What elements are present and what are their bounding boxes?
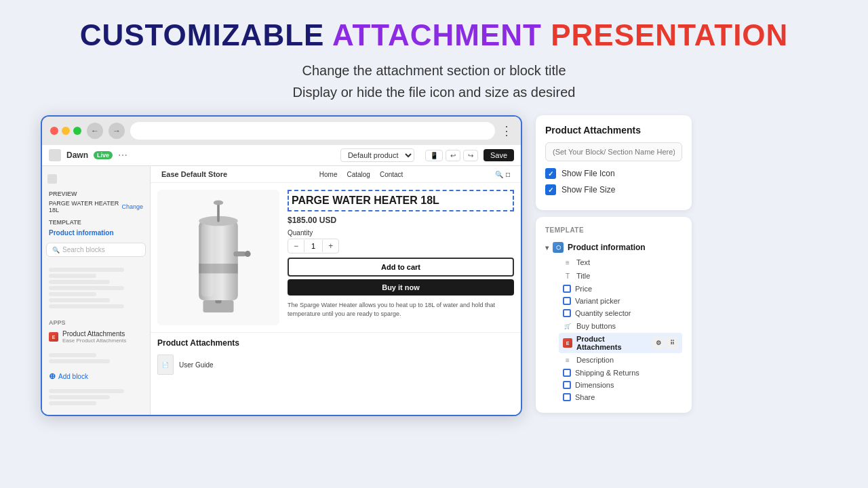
cart-nav-icon[interactable]: □ [506,171,510,178]
qty-value: 1 [304,240,323,252]
editor-icon [49,149,61,161]
checkbox-check-size-icon: ✓ [548,186,553,194]
sidebar-item-product-info[interactable]: Product information [42,227,150,239]
qty-plus-button[interactable]: + [323,239,338,253]
subtitle-line2: Display or hide the file icon and size a… [293,85,576,100]
description-block-icon: ≡ [563,355,572,365]
hero-subtitle: Change the attachment section or block t… [14,60,854,103]
drag-icon-btn[interactable]: ⠿ [666,337,678,349]
show-size-checkbox[interactable]: ✓ [545,184,556,195]
forward-button[interactable]: → [108,123,125,139]
tree-child-shipping[interactable]: Shipping & Returns [559,367,682,379]
nav-link-catalog[interactable]: Catalog [347,171,370,178]
app-icon: E [49,332,58,342]
preview-product-name: PARGE WATER HEATER 18L [49,200,119,214]
placeholder-line [49,286,124,290]
more-options-button[interactable]: ⋮ [500,123,513,138]
add-icon: ⊕ [49,371,56,381]
placeholder-line [49,359,110,363]
tree-collapse-icon: ▾ [545,244,549,251]
undo-button[interactable]: ↩ [446,150,460,161]
tree-child-variant[interactable]: Variant picker [559,295,682,307]
attachment-file-icon: 📄 [157,354,174,375]
tree-child-quantity[interactable]: Quantity selector [559,307,682,319]
qty-minus-button[interactable]: − [288,239,304,253]
show-icon-checkbox[interactable]: ✓ [545,168,556,179]
text-block-icon: ≡ [563,258,572,267]
show-icon-label: Show File Icon [561,169,615,178]
add-block-button[interactable]: ⊕ Add block [49,371,143,381]
svg-rect-9 [199,264,238,273]
app-name: Product Attachments [62,330,126,338]
tree-child-price-label: Price [575,285,592,293]
dimensions-block-icon [563,381,571,389]
svg-rect-3 [201,224,214,297]
tree-child-share-label: Share [575,393,595,401]
show-size-label: Show File Size [561,185,615,195]
hero-section: CUSTOMIZABLE ATTACHMENT PRESENTATION Cha… [0,0,868,115]
buy-now-button[interactable]: Buy it now [288,279,514,296]
tree-child-product-attachments[interactable]: E Product Attachments ⚙ ⠿ [559,333,682,353]
product-info-label: Product information [49,229,114,237]
product-selector[interactable]: Default product [340,148,414,162]
save-button[interactable]: Save [484,149,514,161]
title-word-1: CUSTOMIZABLE [80,18,325,52]
template-section-label: TEMPLATE [42,215,150,227]
redo-button[interactable]: ↪ [463,150,478,161]
svg-rect-7 [217,203,220,222]
search-placeholder: Search blocks [62,246,105,253]
section-name-input[interactable] [545,142,682,161]
search-blocks-area[interactable]: 🔍 Search blocks [46,243,146,257]
editor-more-button[interactable]: ⋯ [118,150,127,161]
tree-parent-item[interactable]: ▾ ⬡ Product information [545,239,682,256]
template-panel-label: TEMPLATE [545,226,682,234]
attachments-section: Product Attachments 📄 User Guide [151,332,521,383]
tree-child-variant-label: Variant picker [575,297,620,305]
svg-point-8 [214,201,223,205]
title-block-icon: T [563,271,572,281]
close-button-light[interactable] [50,127,58,135]
editor-bar: Dawn Live ⋯ Default product 📱 ↩ ↪ Save [42,145,521,166]
placeholder-group-1 [42,264,150,312]
nav-link-contact[interactable]: Contact [380,171,403,178]
placeholder-line [49,298,110,302]
quantity-label: Quantity [288,229,514,237]
placeholder-line [49,280,110,284]
settings-icon-btn[interactable]: ⚙ [652,337,665,349]
tree-child-price[interactable]: Price [559,283,682,295]
main-container: ← → ⋮ Dawn Live ⋯ Default product 📱 ↩ ↪ … [0,115,868,416]
product-image-area [157,190,279,325]
nav-link-home[interactable]: Home [319,171,338,178]
attachments-title: Product Attachments [157,338,514,348]
block-list [42,261,150,315]
minimize-button-light[interactable] [62,127,70,135]
show-size-row: ✓ Show File Size [545,184,682,195]
tree-child-share[interactable]: Share [559,391,682,403]
address-bar[interactable] [130,122,495,140]
change-link[interactable]: Change [121,203,143,210]
placeholder-line [49,304,124,308]
add-to-cart-button[interactable]: Add to cart [288,258,514,277]
preview-product: PARGE WATER HEATER 18L Change [42,199,150,215]
quantity-control: − 1 + [288,239,339,253]
browser-mockup: ← → ⋮ Dawn Live ⋯ Default product 📱 ↩ ↪ … [41,115,522,416]
nav-links: Home Catalog Contact [319,171,403,178]
svg-point-6 [245,251,251,257]
tree-child-description[interactable]: ≡ Description [559,353,682,367]
placeholder-group-3 [42,385,150,409]
product-info: PARGE WATER HEATER 18L $185.00 USD Quant… [288,190,514,325]
search-nav-icon[interactable]: 🔍 [495,171,503,178]
tree-child-attachments-label: Product Attachments [576,335,648,351]
editor-actions: 📱 ↩ ↪ [425,150,478,161]
maximize-button-light[interactable] [73,127,81,135]
product-image [178,197,259,319]
back-button[interactable]: ← [87,123,103,139]
tree-child-buy-buttons[interactable]: 🛒 Buy buttons [559,319,682,333]
tree-child-title[interactable]: T Title [559,269,682,283]
placeholder-line [49,274,96,278]
tree-child-dimensions[interactable]: Dimensions [559,379,682,391]
tree-child-text[interactable]: ≡ Text [559,256,682,269]
app-item-attachments[interactable]: E Product Attachments Ease Product Attac… [42,327,150,346]
template-panel: TEMPLATE ▾ ⬡ Product information ≡ Text … [536,217,692,413]
mobile-view-button[interactable]: 📱 [425,150,443,161]
